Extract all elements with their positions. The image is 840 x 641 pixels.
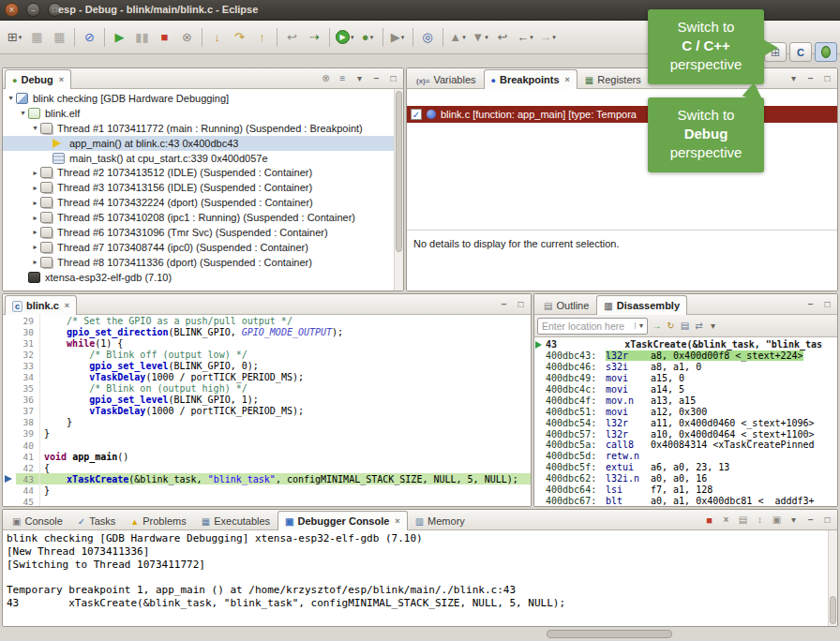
tab-executables[interactable]: Executables: [194, 511, 278, 530]
debug-perspective-button[interactable]: [815, 42, 837, 62]
suspend-button[interactable]: ▮▮: [131, 26, 153, 49]
step-into-button[interactable]: ↓: [206, 26, 228, 49]
combo-dropdown-icon[interactable]: ▼: [635, 322, 647, 329]
collapse-toggle-icon[interactable]: ▾: [30, 124, 40, 132]
debug-tree-item[interactable]: ▸Thread #2 1073413512 (IDLE) (Suspended …: [3, 165, 394, 180]
close-tab-icon[interactable]: ×: [565, 75, 570, 84]
scroll-lock-icon[interactable]: [753, 513, 767, 527]
maximize-icon[interactable]: [820, 297, 834, 311]
cpp-perspective-button[interactable]: [789, 42, 812, 62]
remove-terminated-icon[interactable]: [319, 71, 333, 85]
code-line[interactable]: 33 gpio_set_level(BLINK_GPIO, 0);: [3, 360, 531, 371]
debug-tree-item[interactable]: ▸Thread #6 1073431096 (Tmr Svc) (Suspend…: [3, 225, 394, 240]
expand-toggle-icon[interactable]: ▸: [30, 243, 40, 251]
code-line[interactable]: 39}: [3, 428, 531, 440]
clear-console-icon[interactable]: [736, 513, 750, 527]
debug-tree-item[interactable]: ▸Thread #4 1073432224 (dport) (Suspended…: [3, 195, 394, 210]
code-line[interactable]: 41void app_main(): [3, 451, 531, 462]
disassembly-row[interactable]: 400dbc43:l32ra8, 0x400d00f8 <_stext+224>: [534, 350, 837, 362]
save-button[interactable]: ▦: [26, 26, 48, 49]
code-line[interactable]: 31 while(1) {: [3, 337, 531, 349]
view-menu-icon[interactable]: [706, 319, 720, 333]
code-line[interactable]: 43 xTaskCreate(&blink_task, "blink_task"…: [3, 473, 531, 484]
console-scrollbar[interactable]: [828, 530, 837, 626]
tab-outline[interactable]: Outline: [536, 295, 596, 315]
scrollbar-thumb[interactable]: [830, 596, 836, 624]
close-tab-icon[interactable]: ×: [59, 75, 64, 84]
tab-breakpoints[interactable]: Breakpoints×: [484, 69, 578, 89]
expand-toggle-icon[interactable]: ▸: [30, 184, 40, 192]
scrollbar-thumb[interactable]: [396, 91, 402, 252]
disconnect-button[interactable]: ⊗: [176, 26, 198, 49]
horizontal-scrollbar-thumb[interactable]: [547, 630, 672, 638]
code-line[interactable]: 29 /* Set the GPIO as a push/pull output…: [3, 315, 531, 326]
resume-button[interactable]: ▶: [109, 26, 130, 49]
new-button[interactable]: ⊞▾: [4, 26, 25, 49]
debug-button[interactable]: ●▾: [357, 26, 379, 49]
external-tools-button[interactable]: ▶▾: [387, 26, 409, 49]
expand-toggle-icon[interactable]: ▸: [30, 258, 40, 266]
console-output[interactable]: blink checking [GDB Hardware Debugging] …: [3, 530, 828, 626]
disassembly-row[interactable]: 400dbc5f:extuia6, a0, 23, 13: [534, 462, 837, 473]
view-menu-icon[interactable]: [787, 513, 801, 527]
breakpoint-checkbox[interactable]: ✓: [411, 109, 422, 120]
search-button[interactable]: ◎: [417, 26, 439, 49]
tab-blink-c[interactable]: blink.c×: [5, 295, 77, 315]
tab-problems[interactable]: Problems: [123, 511, 193, 530]
skip-all-breakpoints-button[interactable]: ⊘: [79, 26, 100, 49]
tab-memory[interactable]: Memory: [408, 511, 472, 530]
step-over-button[interactable]: ↷: [229, 26, 250, 49]
sync-icon[interactable]: [692, 319, 706, 333]
minimize-icon[interactable]: [26, 3, 40, 17]
tab-tasks[interactable]: Tasks: [70, 511, 124, 530]
jump-to-pc-icon[interactable]: [650, 319, 664, 333]
last-edit-location-button[interactable]: ↩: [492, 26, 514, 49]
minimize-icon[interactable]: [497, 297, 511, 311]
debug-tree-item[interactable]: ▸Thread #7 1073408744 (ipc0) (Suspended …: [3, 240, 394, 255]
code-line[interactable]: 37 vTaskDelay(1000 / portTICK_PERIOD_MS)…: [3, 406, 531, 417]
code-line[interactable]: 32 /* Blink off (output low) */: [3, 349, 531, 360]
disassembly-row[interactable]: 400dbc64:lsif7, a1, 128: [534, 484, 837, 496]
show-source-icon[interactable]: [678, 319, 692, 333]
disassembly-row[interactable]: 400dbc49:movia15, 0: [534, 373, 837, 384]
thread-grouping-icon[interactable]: [336, 71, 350, 85]
expand-toggle-icon[interactable]: ▸: [30, 169, 40, 177]
previous-annotation-button[interactable]: ▲▾: [447, 26, 469, 49]
code-line[interactable]: 36 gpio_set_level(BLINK_GPIO, 1);: [3, 395, 531, 406]
disassembly-row[interactable]: 400dbc46:s32ia8, a1, 0: [534, 362, 837, 373]
code-line[interactable]: 38 }: [3, 417, 531, 428]
minimize-icon[interactable]: [803, 297, 818, 311]
code-line[interactable]: 42{: [3, 462, 531, 473]
expand-toggle-icon[interactable]: ▸: [30, 228, 40, 236]
disassembly-row[interactable]: 400dbc67:blta0, a1, 0x400dbc81 <__adddf3…: [534, 495, 837, 506]
debug-tree-item[interactable]: ▾Thread #1 1073411772 (main : Running) (…: [3, 121, 394, 136]
remove-launch-icon[interactable]: [719, 513, 733, 527]
debug-tree-item[interactable]: ▸Thread #3 1073413156 (IDLE) (Suspended …: [3, 180, 394, 195]
code-line[interactable]: 34 vTaskDelay(1000 / portTICK_PERIOD_MS)…: [3, 371, 531, 382]
tab-disassembly[interactable]: Disassembly: [596, 295, 687, 315]
pin-console-icon[interactable]: [770, 513, 784, 527]
code-line[interactable]: 30 gpio_set_direction(BLINK_GPIO, GPIO_M…: [3, 326, 531, 337]
expand-toggle-icon[interactable]: ▸: [30, 214, 40, 222]
disassembly-row[interactable]: 400dbc54:l32ra11, 0x400d0460 <_stext+109…: [534, 417, 837, 428]
drop-to-frame-button[interactable]: ↩: [281, 26, 303, 49]
disassembly-row[interactable]: 400dbc5a:call80x40084314 <xTaskCreatePin…: [534, 440, 837, 451]
disassembly-source-row[interactable]: 43 xTaskCreate(&blink_task, "blink_tas: [534, 339, 837, 350]
debug-scrollbar[interactable]: [394, 89, 403, 291]
disassembly-rows[interactable]: 43 xTaskCreate(&blink_task, "blink_tas40…: [534, 337, 837, 506]
run-button[interactable]: ▶▾: [334, 26, 356, 49]
code-line[interactable]: 35 /* Blink on (output high) */: [3, 383, 531, 395]
debug-tree-item[interactable]: ▾blink checking [GDB Hardware Debugging]: [3, 91, 394, 106]
debug-tree-item[interactable]: ▸Thread #8 1073411336 (dport) (Suspended…: [3, 255, 394, 270]
breakpoint-row[interactable]: ✓blink.c [function: app_main] [type: Tem…: [407, 106, 837, 123]
code-line[interactable]: 44}: [3, 484, 531, 496]
terminate-icon[interactable]: [702, 513, 716, 527]
maximize-icon[interactable]: [386, 71, 400, 85]
tab-debug[interactable]: Debug×: [5, 69, 71, 89]
close-icon[interactable]: [5, 3, 19, 17]
collapse-toggle-icon[interactable]: ▾: [6, 94, 16, 102]
expand-toggle-icon[interactable]: ▸: [30, 199, 40, 207]
back-button[interactable]: ←▾: [515, 26, 536, 49]
disassembly-row[interactable]: 400dbc62:l32i.na0, a0, 16: [534, 473, 837, 484]
disassembly-row[interactable]: 400dbc51:movia12, 0x300: [534, 406, 837, 417]
